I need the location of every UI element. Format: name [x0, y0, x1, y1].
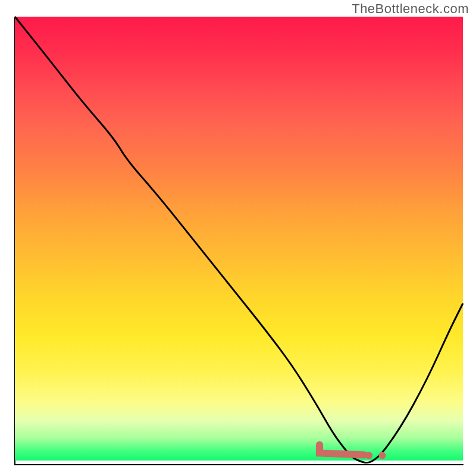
optimal-range-marker	[320, 445, 364, 455]
plot-area	[15, 17, 463, 465]
watermark-label: TheBottleneck.com	[352, 1, 469, 17]
optimal-point-2	[378, 452, 386, 459]
optimal-point-1	[365, 452, 372, 459]
marker-overlay	[15, 17, 463, 465]
